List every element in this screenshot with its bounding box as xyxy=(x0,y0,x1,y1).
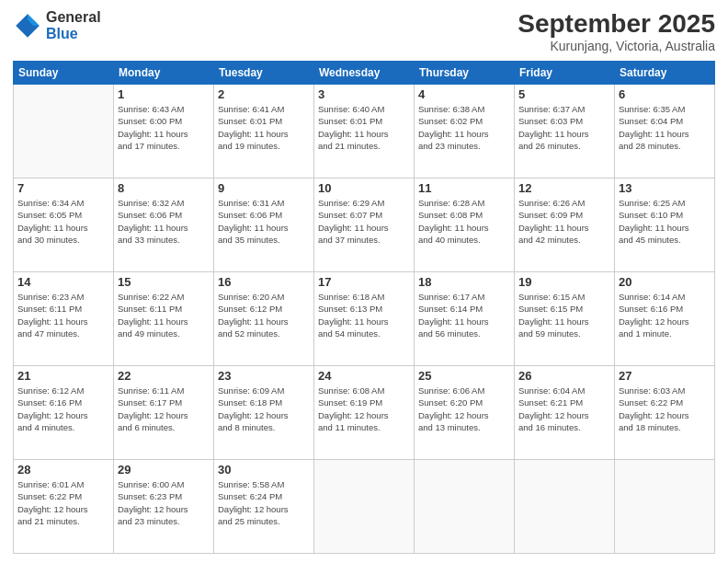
calendar-cell: 7Sunrise: 6:34 AM Sunset: 6:05 PM Daylig… xyxy=(14,178,114,272)
day-info: Sunrise: 6:09 AM Sunset: 6:18 PM Dayligh… xyxy=(218,385,310,433)
day-info: Sunrise: 6:38 AM Sunset: 6:02 PM Dayligh… xyxy=(418,103,510,152)
calendar-cell: 13Sunrise: 6:25 AM Sunset: 6:10 PM Dayli… xyxy=(615,178,715,272)
day-number: 18 xyxy=(418,275,510,289)
calendar-cell: 27Sunrise: 6:03 AM Sunset: 6:22 PM Dayli… xyxy=(615,366,715,460)
calendar-cell: 23Sunrise: 6:09 AM Sunset: 6:18 PM Dayli… xyxy=(214,366,314,460)
calendar-cell: 6Sunrise: 6:35 AM Sunset: 6:04 PM Daylig… xyxy=(615,85,715,178)
day-number: 14 xyxy=(17,275,109,289)
day-number: 16 xyxy=(218,275,310,289)
day-number: 10 xyxy=(318,181,410,195)
day-number: 12 xyxy=(518,181,610,195)
calendar-header-row: Sunday Monday Tuesday Wednesday Thursday… xyxy=(14,62,715,85)
col-saturday: Saturday xyxy=(615,62,715,85)
calendar-cell: 24Sunrise: 6:08 AM Sunset: 6:19 PM Dayli… xyxy=(314,366,415,460)
day-info: Sunrise: 6:03 AM Sunset: 6:22 PM Dayligh… xyxy=(619,385,711,433)
calendar-cell: 10Sunrise: 6:29 AM Sunset: 6:07 PM Dayli… xyxy=(314,178,415,272)
calendar-cell: 28Sunrise: 6:01 AM Sunset: 6:22 PM Dayli… xyxy=(14,460,114,554)
calendar-cell: 30Sunrise: 5:58 AM Sunset: 6:24 PM Dayli… xyxy=(214,460,314,554)
col-sunday: Sunday xyxy=(14,62,114,85)
day-number: 30 xyxy=(218,463,310,477)
day-info: Sunrise: 6:28 AM Sunset: 6:08 PM Dayligh… xyxy=(418,197,510,246)
day-number: 24 xyxy=(318,369,410,383)
calendar-cell: 12Sunrise: 6:26 AM Sunset: 6:09 PM Dayli… xyxy=(515,178,615,272)
calendar-cell: 21Sunrise: 6:12 AM Sunset: 6:16 PM Dayli… xyxy=(14,366,114,460)
day-number: 9 xyxy=(218,181,310,195)
day-number: 29 xyxy=(118,463,210,477)
day-number: 17 xyxy=(318,275,410,289)
calendar-cell: 22Sunrise: 6:11 AM Sunset: 6:17 PM Dayli… xyxy=(114,366,214,460)
day-info: Sunrise: 6:25 AM Sunset: 6:10 PM Dayligh… xyxy=(619,197,711,246)
day-info: Sunrise: 6:12 AM Sunset: 6:16 PM Dayligh… xyxy=(17,385,109,433)
day-number: 15 xyxy=(118,275,210,289)
day-number: 6 xyxy=(619,87,711,101)
day-number: 3 xyxy=(318,87,410,101)
calendar-cell: 25Sunrise: 6:06 AM Sunset: 6:20 PM Dayli… xyxy=(415,366,515,460)
day-number: 27 xyxy=(619,369,711,383)
day-info: Sunrise: 6:11 AM Sunset: 6:17 PM Dayligh… xyxy=(118,385,210,433)
day-number: 8 xyxy=(118,181,210,195)
day-info: Sunrise: 6:34 AM Sunset: 6:05 PM Dayligh… xyxy=(17,197,109,246)
day-number: 13 xyxy=(619,181,711,195)
day-info: Sunrise: 6:04 AM Sunset: 6:21 PM Dayligh… xyxy=(518,385,610,433)
day-info: Sunrise: 6:06 AM Sunset: 6:20 PM Dayligh… xyxy=(418,385,510,433)
day-info: Sunrise: 6:37 AM Sunset: 6:03 PM Dayligh… xyxy=(518,103,610,152)
day-info: Sunrise: 6:32 AM Sunset: 6:06 PM Dayligh… xyxy=(118,197,210,246)
day-info: Sunrise: 6:00 AM Sunset: 6:23 PM Dayligh… xyxy=(118,478,210,527)
calendar-cell: 11Sunrise: 6:28 AM Sunset: 6:08 PM Dayli… xyxy=(415,178,515,272)
calendar-cell: 19Sunrise: 6:15 AM Sunset: 6:15 PM Dayli… xyxy=(515,272,615,366)
calendar-cell: 5Sunrise: 6:37 AM Sunset: 6:03 PM Daylig… xyxy=(515,85,615,178)
day-info: Sunrise: 6:35 AM Sunset: 6:04 PM Dayligh… xyxy=(619,103,711,152)
page: General Blue September 2025 Kurunjang, V… xyxy=(0,0,728,563)
calendar-cell: 2Sunrise: 6:41 AM Sunset: 6:01 PM Daylig… xyxy=(214,85,314,178)
day-info: Sunrise: 6:23 AM Sunset: 6:11 PM Dayligh… xyxy=(17,291,109,339)
day-info: Sunrise: 6:20 AM Sunset: 6:12 PM Dayligh… xyxy=(218,291,310,339)
day-info: Sunrise: 6:31 AM Sunset: 6:06 PM Dayligh… xyxy=(218,197,310,246)
day-number: 25 xyxy=(418,369,510,383)
calendar-cell: 20Sunrise: 6:14 AM Sunset: 6:16 PM Dayli… xyxy=(615,272,715,366)
day-info: Sunrise: 6:08 AM Sunset: 6:19 PM Dayligh… xyxy=(318,385,410,433)
day-info: Sunrise: 6:15 AM Sunset: 6:15 PM Dayligh… xyxy=(518,291,610,339)
calendar-cell xyxy=(615,460,715,554)
calendar-cell xyxy=(415,460,515,554)
logo-icon xyxy=(13,11,42,40)
calendar-cell: 14Sunrise: 6:23 AM Sunset: 6:11 PM Dayli… xyxy=(14,272,114,366)
calendar-cell: 4Sunrise: 6:38 AM Sunset: 6:02 PM Daylig… xyxy=(415,85,515,178)
day-number: 28 xyxy=(17,463,109,477)
day-number: 21 xyxy=(17,369,109,383)
day-number: 22 xyxy=(118,369,210,383)
col-friday: Friday xyxy=(515,62,615,85)
day-number: 11 xyxy=(418,181,510,195)
day-number: 5 xyxy=(518,87,610,101)
calendar-cell: 1Sunrise: 6:43 AM Sunset: 6:00 PM Daylig… xyxy=(114,85,214,178)
day-info: Sunrise: 6:26 AM Sunset: 6:09 PM Dayligh… xyxy=(518,197,610,246)
day-info: Sunrise: 6:14 AM Sunset: 6:16 PM Dayligh… xyxy=(619,291,711,339)
calendar-cell: 16Sunrise: 6:20 AM Sunset: 6:12 PM Dayli… xyxy=(214,272,314,366)
calendar-week-row-1: 7Sunrise: 6:34 AM Sunset: 6:05 PM Daylig… xyxy=(14,178,715,272)
calendar-cell: 3Sunrise: 6:40 AM Sunset: 6:01 PM Daylig… xyxy=(314,85,415,178)
calendar-week-row-4: 28Sunrise: 6:01 AM Sunset: 6:22 PM Dayli… xyxy=(14,460,715,554)
calendar-cell xyxy=(314,460,415,554)
calendar-week-row-2: 14Sunrise: 6:23 AM Sunset: 6:11 PM Dayli… xyxy=(14,272,715,366)
day-number: 4 xyxy=(418,87,510,101)
day-number: 19 xyxy=(518,275,610,289)
calendar-week-row-0: 1Sunrise: 6:43 AM Sunset: 6:00 PM Daylig… xyxy=(14,85,715,178)
col-wednesday: Wednesday xyxy=(314,62,415,85)
calendar-cell: 18Sunrise: 6:17 AM Sunset: 6:14 PM Dayli… xyxy=(415,272,515,366)
day-number: 1 xyxy=(118,87,210,101)
calendar-cell: 29Sunrise: 6:00 AM Sunset: 6:23 PM Dayli… xyxy=(114,460,214,554)
calendar-cell: 17Sunrise: 6:18 AM Sunset: 6:13 PM Dayli… xyxy=(314,272,415,366)
calendar-cell: 9Sunrise: 6:31 AM Sunset: 6:06 PM Daylig… xyxy=(214,178,314,272)
day-number: 2 xyxy=(218,87,310,101)
col-monday: Monday xyxy=(114,62,214,85)
day-info: Sunrise: 6:17 AM Sunset: 6:14 PM Dayligh… xyxy=(418,291,510,339)
day-info: Sunrise: 6:22 AM Sunset: 6:11 PM Dayligh… xyxy=(118,291,210,339)
calendar-cell xyxy=(515,460,615,554)
day-number: 20 xyxy=(619,275,711,289)
day-info: Sunrise: 6:40 AM Sunset: 6:01 PM Dayligh… xyxy=(318,103,410,152)
location: Kurunjang, Victoria, Australia xyxy=(518,39,715,53)
calendar: Sunday Monday Tuesday Wednesday Thursday… xyxy=(13,61,715,554)
col-thursday: Thursday xyxy=(415,62,515,85)
logo-line2: Blue xyxy=(46,26,101,42)
title-section: September 2025 Kurunjang, Victoria, Aust… xyxy=(518,9,715,53)
calendar-cell: 26Sunrise: 6:04 AM Sunset: 6:21 PM Dayli… xyxy=(515,366,615,460)
